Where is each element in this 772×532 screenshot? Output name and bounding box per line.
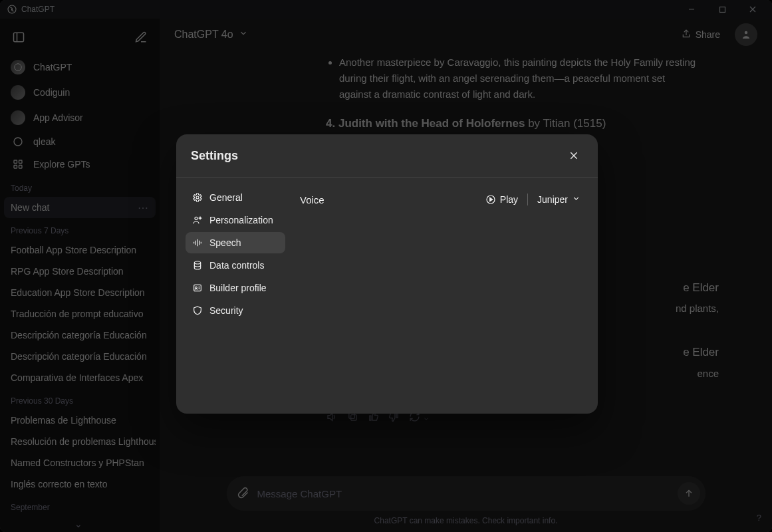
voice-name: Juniper: [537, 194, 568, 205]
settings-nav-label: Builder profile: [209, 283, 267, 293]
settings-nav-data-controls[interactable]: Data controls: [186, 255, 285, 276]
svg-point-13: [195, 217, 197, 219]
svg-point-14: [194, 261, 200, 264]
settings-nav-label: Data controls: [209, 260, 264, 271]
voice-setting-label: Voice: [300, 194, 324, 205]
person-sparkle-icon: [192, 215, 203, 225]
settings-nav: General Personalization Speech Data cont…: [186, 187, 285, 404]
modal-title: Settings: [191, 149, 238, 163]
play-label: Play: [500, 194, 518, 205]
settings-nav-general[interactable]: General: [186, 187, 285, 208]
play-circle-icon: [485, 194, 496, 205]
gear-icon: [192, 192, 203, 203]
modal-close-button[interactable]: [565, 146, 583, 165]
settings-nav-label: Security: [209, 305, 243, 316]
chevron-down-icon: [572, 194, 580, 205]
settings-nav-personalization[interactable]: Personalization: [186, 209, 285, 231]
database-icon: [192, 260, 203, 271]
waveform-icon: [192, 237, 203, 248]
settings-nav-builder-profile[interactable]: Builder profile: [186, 277, 285, 299]
settings-nav-label: General: [209, 192, 243, 203]
shield-icon: [192, 305, 203, 316]
settings-panel-speech: Voice Play Juniper: [292, 187, 588, 404]
voice-selector[interactable]: Juniper: [537, 194, 580, 205]
settings-nav-speech[interactable]: Speech: [186, 232, 285, 253]
settings-nav-security[interactable]: Security: [186, 300, 285, 321]
settings-modal: Settings General Personalization Speech: [176, 134, 598, 414]
settings-nav-label: Speech: [209, 237, 241, 248]
divider: [527, 194, 528, 205]
id-card-icon: [192, 283, 203, 293]
svg-point-16: [195, 287, 197, 289]
voice-play-button[interactable]: Play: [485, 194, 518, 205]
settings-nav-label: Personalization: [209, 215, 273, 225]
svg-point-12: [196, 196, 199, 199]
